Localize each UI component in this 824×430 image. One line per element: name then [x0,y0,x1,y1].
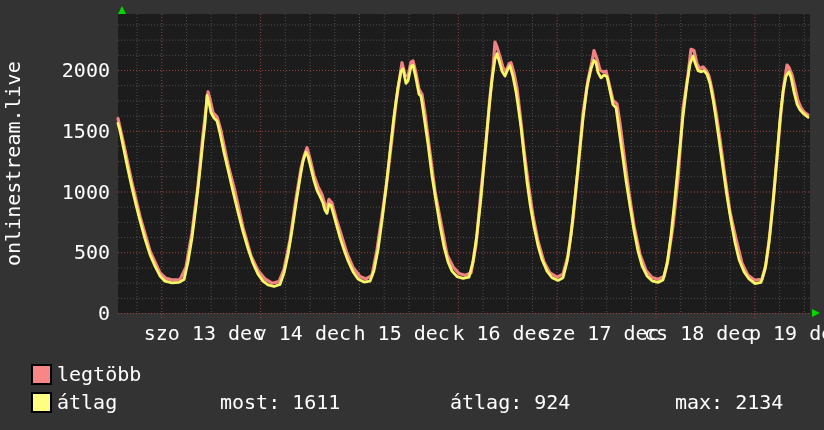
y-axis-tick-label: 500 [0,241,110,263]
stat-most: most: 1611 [220,391,340,413]
stat-max: max: 2134 [675,391,783,413]
x-axis-tick-label: p 19 dec [717,321,824,345]
legend-label-max: legtöbb [57,363,141,385]
y-axis-tick-label: 2000 [0,59,110,81]
legend-swatch-avg [31,392,52,413]
legend-label-avg: átlag [57,391,117,413]
y-axis-tick-label: 1000 [0,181,110,203]
legend-swatch-max [31,364,52,385]
y-axis-tick-label: 1500 [0,120,110,142]
stat-atlag: átlag: 924 [450,391,570,413]
rrd-graph-page: { "colors": { "page_bg": "#333333", "plo… [0,0,824,430]
y-axis-tick-label: 0 [0,302,110,324]
